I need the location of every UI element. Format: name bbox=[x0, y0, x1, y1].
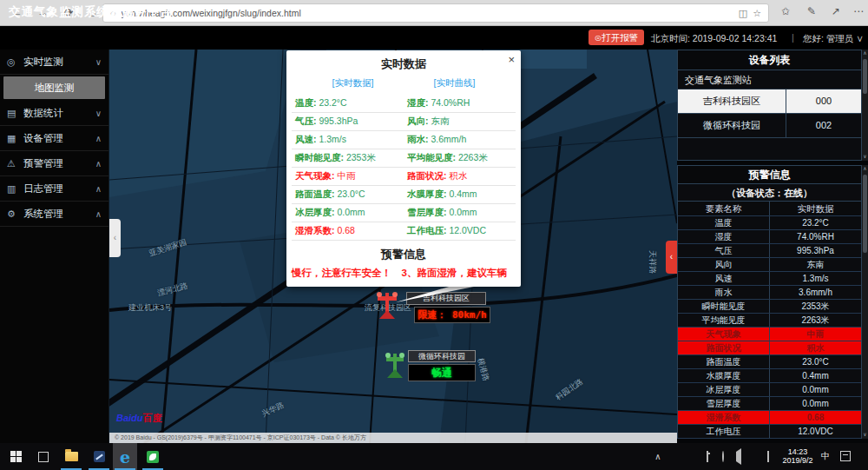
green-app-button[interactable] bbox=[141, 443, 165, 470]
element-name: 路面温度 bbox=[678, 355, 770, 368]
task-view-button[interactable] bbox=[31, 443, 56, 470]
sidebar-item-label: 实时监测 bbox=[23, 56, 90, 69]
data-label: 雨水: bbox=[407, 134, 431, 144]
data-cell: 路面状况: 积水 bbox=[404, 170, 516, 182]
tab-realtime-data[interactable]: [实时数据] bbox=[332, 77, 374, 89]
warning-marquee: 慢行，注意行车安全！ 3、路面湿滑，建议车辆 bbox=[286, 267, 521, 280]
warning-table-row: 温度23.2°C bbox=[678, 216, 861, 230]
modal-title: 实时数据 bbox=[286, 50, 521, 72]
element-name: 气压 bbox=[678, 244, 770, 257]
data-cell: 工作电压: 12.0VDC bbox=[404, 225, 516, 237]
element-value: 0.68 bbox=[770, 411, 861, 424]
tray-status-icon[interactable] bbox=[670, 451, 682, 463]
user-menu[interactable]: 您好: 管理员 ∨ bbox=[803, 33, 864, 45]
sidebar-item[interactable]: ⚠预警管理∧ bbox=[0, 151, 108, 176]
action-center-icon[interactable] bbox=[840, 451, 851, 461]
data-label: 气压: bbox=[295, 116, 319, 126]
scrollbar-thumb[interactable] bbox=[863, 175, 867, 253]
warning-table-row: 冰层厚度0.0mm bbox=[678, 383, 861, 397]
open-alarm-button[interactable]: ⊙打开报警 bbox=[589, 30, 644, 45]
element-name: 冰层厚度 bbox=[678, 383, 770, 396]
data-value: 0.4mm bbox=[449, 189, 477, 199]
element-name: 雨水 bbox=[678, 286, 770, 299]
sidebar-item[interactable]: ▦设备管理∧ bbox=[0, 126, 108, 151]
data-label: 湿度: bbox=[407, 97, 431, 108]
speaker-icon[interactable] bbox=[733, 451, 745, 463]
tab-realtime-curve[interactable]: [实时曲线] bbox=[434, 77, 476, 89]
defender-shield-icon[interactable] bbox=[686, 451, 698, 463]
device-name: 微循环科技园 bbox=[678, 114, 786, 137]
device-row[interactable]: 微循环科技园002 bbox=[678, 114, 861, 138]
more-icon[interactable]: ⋯ bbox=[851, 5, 866, 17]
edge-browser-button[interactable]: e bbox=[113, 443, 137, 470]
data-cell: 湿度: 74.0%RH bbox=[404, 97, 516, 109]
close-icon[interactable]: × bbox=[508, 53, 515, 66]
chevron-down-icon: ∨ bbox=[856, 33, 864, 43]
battery-icon[interactable] bbox=[701, 451, 713, 463]
data-value: 995.3hPa bbox=[319, 116, 358, 126]
device-row[interactable]: 吉利科技园区000 bbox=[678, 89, 861, 114]
warning-table-scrollbar[interactable]: ∧ ∨ bbox=[862, 165, 868, 439]
magnifier-icon[interactable] bbox=[717, 451, 729, 463]
pinned-app-button[interactable] bbox=[87, 443, 111, 470]
baidu-logo[interactable]: Baidu百度 bbox=[116, 412, 162, 425]
chevron-down-icon: ∨ bbox=[95, 57, 102, 67]
tray-misc-icon[interactable] bbox=[762, 451, 774, 463]
element-value: 0.0mm bbox=[770, 397, 861, 410]
scroll-down-icon[interactable]: ∨ bbox=[862, 431, 868, 439]
element-name: 温度 bbox=[678, 216, 770, 229]
sidebar-subitem-active[interactable]: 地图监测 bbox=[3, 76, 105, 99]
page-title: 交通气象监测系统云服务平台 bbox=[9, 4, 173, 20]
reading-view-icon[interactable]: ◫ bbox=[739, 8, 747, 19]
sidebar-collapse-handle[interactable]: ‹ bbox=[109, 219, 121, 257]
sidebar-item[interactable]: ⚙系统管理∧ bbox=[0, 202, 108, 227]
data-label: 雪层厚度: bbox=[407, 207, 449, 217]
start-button[interactable] bbox=[3, 443, 28, 470]
data-label: 温度: bbox=[295, 97, 319, 108]
data-value: 积水 bbox=[449, 170, 467, 181]
ime-indicator[interactable]: 中 bbox=[821, 450, 830, 462]
file-explorer-button[interactable] bbox=[59, 443, 83, 470]
scroll-down-icon[interactable]: ∨ bbox=[862, 153, 868, 161]
device-group-label[interactable]: 交通气象监测站 bbox=[678, 70, 861, 89]
header-divider: | bbox=[792, 32, 794, 43]
warning-table-row: 天气现象中雨 bbox=[678, 328, 861, 341]
data-value: 0.0mm bbox=[449, 207, 477, 217]
sidebar-item[interactable]: ▥日志管理∧ bbox=[0, 176, 108, 202]
element-name: 路面状况 bbox=[678, 341, 770, 354]
taskbar-clock[interactable]: 14:23 2019/9/2 bbox=[778, 447, 818, 465]
element-value: 东南 bbox=[770, 258, 861, 271]
address-bar[interactable]: ◌ yun.wheag8.com/weixingjfgn/slug/index.… bbox=[102, 3, 769, 23]
tray-chevron-icon[interactable]: ∧ bbox=[652, 451, 664, 463]
device-list-panel: 设备列表 交通气象监测站 吉利科技园区000微循环科技园002 bbox=[677, 50, 862, 161]
share-icon[interactable]: ↗ bbox=[828, 5, 844, 17]
url-text[interactable]: yun.wheag8.com/weixingjfgn/slug/index.ht… bbox=[122, 8, 733, 18]
scrollbar-thumb[interactable] bbox=[863, 59, 867, 94]
right-panel-collapse-handle[interactable]: ‹ bbox=[666, 241, 677, 274]
warning-table-row: 路面状况积水 bbox=[678, 341, 861, 355]
data-value: 23.0°C bbox=[337, 189, 365, 199]
modal-data-row: 风速: 1.3m/s雨水: 3.6mm/h bbox=[292, 131, 516, 149]
green-marker-label[interactable]: 微循环科技园 bbox=[408, 350, 476, 362]
device-list-scrollbar[interactable]: ∧ ∨ bbox=[862, 50, 868, 161]
scroll-up-icon[interactable]: ∧ bbox=[862, 50, 868, 57]
data-cell: 冰层厚度: 0.0mm bbox=[292, 207, 404, 219]
annotate-icon[interactable]: ✎ bbox=[804, 5, 819, 17]
device-name: 吉利科技园区 bbox=[678, 89, 786, 113]
hub-icon[interactable]: ✩ bbox=[778, 5, 793, 17]
warning-table-row: 雨水3.6mm/h bbox=[678, 286, 861, 300]
favorite-star-icon[interactable]: ☆ bbox=[753, 8, 761, 19]
scroll-up-icon[interactable]: ∧ bbox=[862, 165, 868, 173]
sidebar-item[interactable]: ◎实时监测∨ bbox=[0, 50, 108, 75]
sidebar-item[interactable]: ▤数据统计∨ bbox=[0, 101, 108, 126]
station-marker-green[interactable] bbox=[383, 350, 407, 383]
chevron-up-icon: ∧ bbox=[95, 209, 102, 219]
element-value: 995.3hPa bbox=[770, 244, 861, 257]
element-value: 积水 bbox=[770, 341, 861, 354]
pen-icon[interactable] bbox=[748, 451, 760, 463]
warning-table-row: 路面温度23.0°C bbox=[678, 355, 861, 369]
sidebar-item-label: 设备管理 bbox=[23, 132, 90, 145]
element-name: 雪层厚度 bbox=[678, 397, 770, 410]
warning-table-row: 湿度74.0%RH bbox=[678, 230, 861, 244]
sidebar-item-label: 日志管理 bbox=[23, 182, 90, 195]
